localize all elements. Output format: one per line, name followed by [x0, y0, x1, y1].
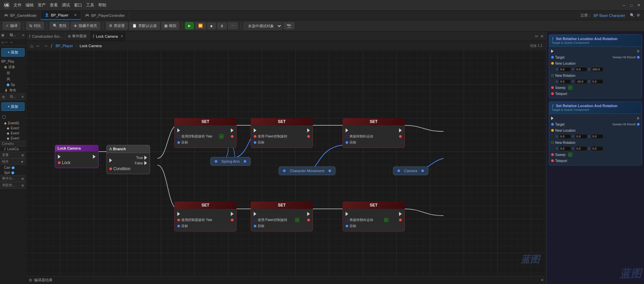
set-top3-node[interactable]: SET 将旋转朝向运动 — [343, 118, 405, 148]
sr2-loc-x[interactable] — [559, 134, 571, 139]
breadcrumb-back-button[interactable]: ← — [36, 43, 40, 49]
local-vars-expand[interactable]: ⊕ — [21, 184, 24, 187]
class-settings-button[interactable]: ⚙ 类设置 — [106, 22, 128, 30]
menu-window[interactable]: 窗口 — [74, 2, 82, 8]
menu-help[interactable]: 帮助 — [98, 2, 106, 8]
sr2-rot-x[interactable] — [559, 146, 571, 151]
tree-spri[interactable]: Spri — [0, 170, 26, 175]
play-button[interactable]: ▶ — [185, 22, 194, 29]
sr1-loc-z[interactable] — [591, 67, 603, 72]
menu-tools[interactable]: 工具 — [86, 2, 94, 8]
graph-edit-icon[interactable]: ✏ — [535, 34, 538, 39]
sr1-rot-y[interactable] — [575, 79, 587, 84]
branch-node[interactable]: ⑃ Branch True False — [106, 145, 150, 174]
debug-target-select[interactable]: 未选中调试对象 — [244, 22, 282, 30]
events-header[interactable]: 事件分... ⊕ — [0, 175, 26, 182]
debug-more-button[interactable]: 📷 — [284, 22, 294, 29]
my-blueprint-close[interactable]: ✕ — [21, 95, 24, 99]
my-blueprint-header[interactable]: ⊞ 我... ✕ — [0, 93, 26, 100]
local-vars-header[interactable]: 局部变... ⊕ — [0, 182, 26, 189]
home-icon[interactable]: ⌂ — [1, 40, 4, 44]
pause-button[interactable]: ⏸ — [217, 23, 227, 29]
breadcrumb-forward-button[interactable]: → — [43, 43, 48, 49]
events-expand[interactable]: ⊕ — [21, 177, 24, 181]
character-movement-node[interactable]: Character Movement — [279, 166, 335, 175]
menu-bar[interactable]: 文件 编辑 资产 查看 调试 窗口 工具 帮助 — [13, 2, 106, 8]
sr1-loc-x[interactable] — [559, 67, 571, 72]
menu-debug[interactable]: 调试 — [62, 2, 70, 8]
menu-edit[interactable]: 编辑 — [26, 2, 34, 8]
tab-lock-camera-active[interactable]: ƒ Lock Camera ✕ — [90, 32, 126, 41]
compare-button[interactable]: ⇆ 对比 — [26, 22, 44, 30]
tree-item-wind[interactable]: 风 — [0, 76, 26, 82]
add-function-button[interactable]: + 添加 — [1, 102, 25, 111]
tab-player[interactable]: 👤 BP_Player ✕ — [41, 11, 81, 20]
add-component-button[interactable]: + 添加 — [1, 48, 25, 57]
sr2-loc-z[interactable] — [591, 134, 603, 139]
more-button[interactable]: ⋯ — [228, 22, 238, 29]
tab-gamemode[interactable]: 🎮 BP_GameMode — [0, 11, 41, 20]
maximize-button[interactable]: □ — [629, 3, 634, 8]
variables-header[interactable]: 变量 ⊕ — [0, 152, 26, 158]
tree-event-2[interactable]: ◆ Even! — [0, 131, 26, 136]
tree-item-settings[interactable]: ⚙ 设备 — [0, 64, 26, 70]
variables-expand[interactable]: ⊕ — [21, 153, 24, 157]
find-button[interactable]: 🔍 查找 — [50, 22, 69, 30]
sr1-rot-z[interactable] — [591, 79, 603, 84]
tree-lock-camera[interactable]: ƒ LockCa — [0, 147, 26, 152]
sr2-sweep-checkbox[interactable]: ✓ — [568, 153, 572, 157]
class-defaults-button[interactable]: 📋 类默认认值 — [129, 22, 160, 30]
menu-assets[interactable]: 资产 — [38, 2, 46, 8]
tab-controller[interactable]: 🎮 BP_PlayerController — [81, 11, 129, 20]
tree-event-1[interactable]: ◆ Even! — [0, 126, 26, 131]
tree-item-sp[interactable]: Sp — [0, 82, 26, 87]
tab-construction[interactable]: ƒ Construction Scr... — [26, 32, 65, 41]
lock-tab-close[interactable]: ✕ — [120, 34, 123, 38]
sr2-loc-y[interactable] — [575, 134, 587, 139]
set-bot2-node[interactable]: SET 使用 Pawn控制旋转 ✓ — [251, 201, 313, 231]
constructor-header[interactable]: Constru — [0, 141, 26, 147]
components-close[interactable]: ✕ — [22, 33, 25, 37]
set-bot1-node[interactable]: SET 使用控制器旋转 Yaw — [174, 201, 237, 231]
spring-arm-node[interactable]: Spring Arm — [210, 157, 251, 166]
menu-view[interactable]: 查看 — [50, 2, 58, 8]
hide-unrelated-button[interactable]: 👁 隐藏不相关 — [71, 22, 100, 30]
menu-file[interactable]: 文件 — [13, 2, 22, 8]
close-button[interactable]: ✕ — [636, 3, 641, 8]
tree-carr[interactable]: Carr — [0, 165, 26, 170]
tab-player-close[interactable]: ✕ — [74, 13, 77, 17]
graph-close-icon[interactable]: ✕ — [540, 34, 544, 39]
sb3-checkbox[interactable]: ✓ — [384, 218, 388, 222]
compile-button[interactable]: ✓ 编译 — [3, 22, 21, 30]
graph-canvas[interactable]: Lock Camera Lock — [26, 51, 546, 276]
tree-event-3[interactable]: ◆ Even! — [0, 136, 26, 141]
tree-item-front[interactable]: 前 — [0, 70, 26, 76]
set-relative-node-2[interactable]: ƒ Set Relative Location And Rotation Tar… — [549, 101, 642, 165]
breadcrumb-home-icon[interactable]: ⌂ — [30, 43, 33, 49]
sr2-rot-y[interactable] — [575, 146, 587, 151]
simulate-button[interactable]: ▦ 模拟 — [161, 22, 179, 30]
tree-item-root[interactable]: BP_Play — [0, 59, 26, 64]
sr1-rot-x[interactable] — [559, 79, 571, 84]
lock-camera-node[interactable]: Lock Camera Lock — [55, 145, 99, 168]
window-controls[interactable]: ─ □ ✕ — [621, 3, 641, 8]
sr1-loc-y[interactable] — [575, 67, 587, 72]
set-relative-node-1[interactable]: ƒ Set Relative Location And Rotation Tar… — [549, 34, 642, 98]
tree-event-graph[interactable]: ◆ EventG — [0, 121, 26, 126]
sb2-checkbox[interactable]: ✓ — [295, 218, 299, 222]
stop-button[interactable]: ■ — [207, 23, 216, 29]
tree-item-character[interactable]: 🧍 角色 — [0, 87, 26, 93]
minimize-button[interactable]: ─ — [621, 3, 627, 8]
tab-event-graph[interactable]: ⊞ 事件图表 — [65, 32, 90, 41]
camera-node[interactable]: Camera — [393, 166, 428, 175]
components-header-2[interactable]: 组件 ▼ — [0, 158, 26, 165]
s1-checkbox[interactable]: ✓ — [219, 134, 223, 138]
set-bot3-node[interactable]: SET 将旋转朝向运动 ✓ — [343, 201, 405, 231]
back-icon[interactable]: ← — [4, 40, 8, 44]
step-button[interactable]: ⏩ — [195, 22, 206, 29]
diagram-icon[interactable]: ⬡ — [2, 114, 6, 120]
sr1-sweep-checkbox[interactable]: ✓ — [568, 86, 572, 90]
components-expand[interactable]: ▼ — [21, 160, 24, 164]
set-top2-node[interactable]: SET 使用 Pawn控制旋转 — [251, 118, 313, 148]
search-icon[interactable]: 🔍 — [630, 13, 635, 18]
